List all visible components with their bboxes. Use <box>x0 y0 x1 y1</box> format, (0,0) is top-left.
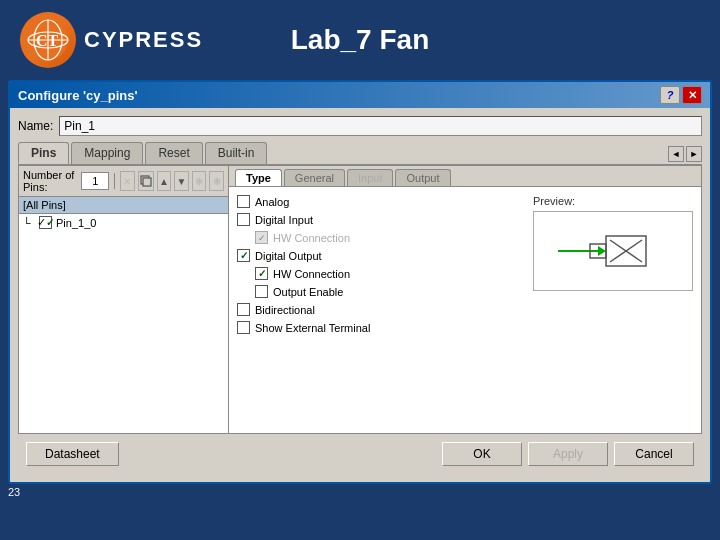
datasheet-button[interactable]: Datasheet <box>26 442 119 466</box>
list-item[interactable]: └ ✓ Pin_1_0 <box>19 214 228 231</box>
logo-area: CT CYPRESS <box>20 12 203 68</box>
pins-list-header: [All Pins] <box>19 197 228 214</box>
tabs-left: Pins Mapping Reset Built-in <box>18 142 267 164</box>
dialog-titlebar: Configure 'cy_pins' ? ✕ <box>10 82 710 108</box>
analog-checkbox[interactable] <box>237 195 250 208</box>
bottom-right-buttons: OK Apply Cancel <box>442 442 694 466</box>
close-button[interactable]: ✕ <box>682 86 702 104</box>
tab-builtin[interactable]: Built-in <box>205 142 268 164</box>
tab-next-button[interactable]: ► <box>686 146 702 162</box>
logo-icon: CT <box>26 18 70 62</box>
pin-indent: └ <box>23 217 35 229</box>
tabs-row: Pins Mapping Reset Built-in ◄ ► <box>18 142 702 164</box>
pin-checkbox[interactable]: ✓ <box>39 216 52 229</box>
tab-nav: ◄ ► <box>668 146 702 164</box>
pins-toolbar: Number of Pins: ✕ ▲ ▼ ✱ ✱ <box>19 166 228 197</box>
header: CT CYPRESS Lab_7 Fan <box>0 0 720 80</box>
main-panel: Number of Pins: ✕ ▲ ▼ ✱ ✱ <box>18 164 702 434</box>
digital-input-label: Digital Input <box>255 214 313 226</box>
left-panel: Number of Pins: ✕ ▲ ▼ ✱ ✱ <box>19 166 229 433</box>
hw-connection-input-checkbox: ✓ <box>255 231 268 244</box>
num-pins-input[interactable] <box>81 172 109 190</box>
hw-connection-output-label: HW Connection <box>273 268 350 280</box>
action2-button[interactable]: ✱ <box>209 171 224 191</box>
bottom-bar: Datasheet OK Apply Cancel <box>18 434 702 474</box>
move-down-button[interactable]: ▼ <box>174 171 189 191</box>
svg-rect-7 <box>143 178 151 186</box>
bidirectional-label: Bidirectional <box>255 304 315 316</box>
show-external-checkbox[interactable] <box>237 321 250 334</box>
preview-label: Preview: <box>533 195 693 207</box>
hw-connection-input-option: ✓ HW Connection <box>255 231 523 244</box>
name-row: Name: <box>18 116 702 136</box>
help-button[interactable]: ? <box>660 86 680 104</box>
preview-svg <box>548 216 678 286</box>
options-col: Analog Digital Input ✓ HW Connect <box>237 195 523 425</box>
action1-button[interactable]: ✱ <box>192 171 207 191</box>
tab-prev-button[interactable]: ◄ <box>668 146 684 162</box>
apply-button[interactable]: Apply <box>528 442 608 466</box>
ok-button[interactable]: OK <box>442 442 522 466</box>
tab-reset[interactable]: Reset <box>145 142 202 164</box>
show-external-option: Show External Terminal <box>237 321 523 334</box>
name-input[interactable] <box>59 116 702 136</box>
page-number: 23 <box>8 486 20 498</box>
digital-output-checkbox[interactable] <box>237 249 250 262</box>
dialog-title: Configure 'cy_pins' <box>18 88 138 103</box>
tab-pins[interactable]: Pins <box>18 142 69 164</box>
page-title: Lab_7 Fan <box>291 24 429 56</box>
output-enable-checkbox[interactable] <box>255 285 268 298</box>
sub-tabs-row: Type General Input Output <box>229 166 701 187</box>
name-label: Name: <box>18 119 53 133</box>
copy-icon <box>139 174 153 188</box>
digital-input-option: Digital Input <box>237 213 523 226</box>
right-panel: Type General Input Output Analog <box>229 166 701 433</box>
sub-tab-input[interactable]: Input <box>347 169 393 186</box>
pins-list: └ ✓ Pin_1_0 <box>19 214 228 433</box>
svg-marker-9 <box>598 246 606 256</box>
pin-name-label: Pin_1_0 <box>56 217 96 229</box>
cancel-button[interactable]: Cancel <box>614 442 694 466</box>
toolbar-separator <box>114 173 115 189</box>
configure-dialog: Configure 'cy_pins' ? ✕ Name: Pins Mappi… <box>8 80 712 484</box>
bidirectional-option: Bidirectional <box>237 303 523 316</box>
bidirectional-checkbox[interactable] <box>237 303 250 316</box>
hw-connection-output-option: HW Connection <box>255 267 523 280</box>
digital-output-label: Digital Output <box>255 250 322 262</box>
dialog-body: Name: Pins Mapping Reset Built-in ◄ ► Nu… <box>10 108 710 482</box>
page-footer: 23 <box>0 484 720 500</box>
num-pins-label: Number of Pins: <box>23 169 78 193</box>
sub-tab-output[interactable]: Output <box>395 169 450 186</box>
copy-pin-button[interactable] <box>138 171 154 191</box>
show-external-label: Show External Terminal <box>255 322 370 334</box>
digital-input-checkbox[interactable] <box>237 213 250 226</box>
sub-tab-general[interactable]: General <box>284 169 345 186</box>
delete-pin-button[interactable]: ✕ <box>120 171 135 191</box>
analog-option: Analog <box>237 195 523 208</box>
output-enable-option: Output Enable <box>255 285 523 298</box>
analog-label: Analog <box>255 196 289 208</box>
digital-output-option: Digital Output <box>237 249 523 262</box>
move-up-button[interactable]: ▲ <box>157 171 172 191</box>
preview-col: Preview: <box>533 195 693 425</box>
titlebar-buttons: ? ✕ <box>660 86 702 104</box>
output-enable-label: Output Enable <box>273 286 343 298</box>
brand-name: CYPRESS <box>84 27 203 53</box>
logo-circle: CT <box>20 12 76 68</box>
sub-tab-type[interactable]: Type <box>235 169 282 186</box>
tab-mapping[interactable]: Mapping <box>71 142 143 164</box>
hw-connection-output-checkbox[interactable] <box>255 267 268 280</box>
type-content: Analog Digital Input ✓ HW Connect <box>229 187 701 433</box>
hw-connection-input-label: HW Connection <box>273 232 350 244</box>
preview-box <box>533 211 693 291</box>
svg-text:CT: CT <box>36 32 59 49</box>
